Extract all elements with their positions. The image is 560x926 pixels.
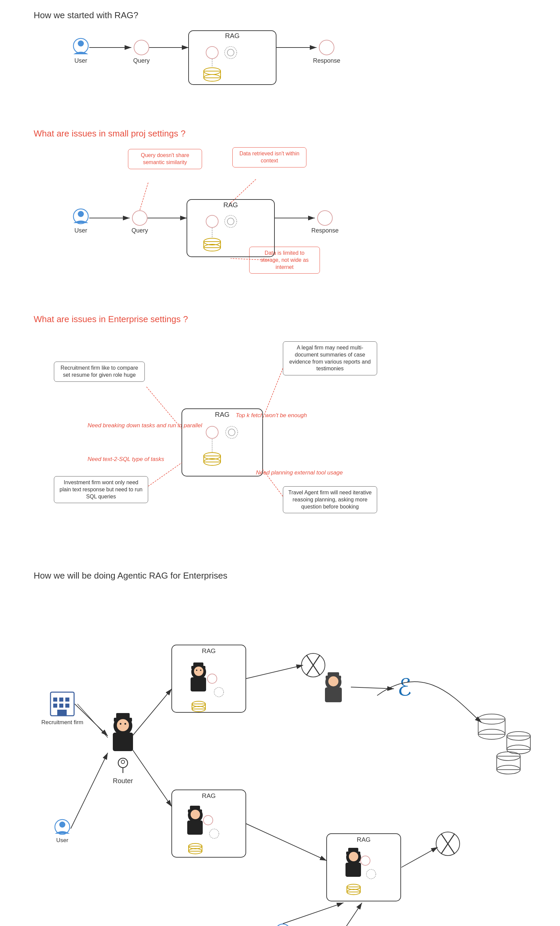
svg-point-15: [227, 49, 234, 56]
svg-point-54: [226, 426, 238, 439]
svg-rect-77: [65, 704, 69, 708]
svg-line-34: [140, 183, 148, 210]
svg-point-107: [200, 670, 201, 671]
svg-text:Recruitment firm: Recruitment firm: [41, 719, 83, 725]
svg-rect-99: [172, 645, 246, 713]
svg-point-40: [227, 218, 234, 225]
svg-text:RAG: RAG: [202, 792, 216, 799]
section2: What are issues in small proj settings ?…: [20, 129, 540, 287]
svg-rect-87: [113, 732, 133, 751]
svg-point-38: [206, 215, 218, 227]
svg-rect-76: [59, 704, 63, 708]
svg-point-83: [59, 822, 65, 828]
svg-rect-75: [53, 704, 57, 708]
svg-point-21: [319, 40, 334, 55]
section4-diagram: Recruitment firm User: [41, 591, 560, 926]
svg-line-62: [148, 463, 182, 486]
svg-point-1: [78, 41, 84, 47]
svg-text:Response: Response: [311, 227, 338, 234]
svg-line-165: [283, 903, 344, 924]
svg-text:ℰ: ℰ: [397, 674, 412, 701]
svg-line-175: [345, 903, 362, 926]
svg-point-53: [206, 426, 218, 439]
svg-rect-142: [348, 848, 358, 852]
svg-rect-154: [478, 719, 505, 734]
svg-line-98: [132, 749, 172, 807]
svg-line-61: [263, 368, 283, 419]
svg-point-8: [134, 40, 149, 55]
svg-rect-72: [53, 698, 57, 702]
svg-line-149: [402, 847, 438, 867]
svg-point-145: [366, 869, 376, 879]
svg-point-109: [214, 687, 223, 697]
svg-line-35: [229, 179, 256, 204]
svg-point-130: [190, 810, 200, 819]
svg-point-106: [196, 670, 197, 671]
svg-point-94: [121, 760, 125, 764]
svg-rect-124: [172, 790, 246, 857]
svg-rect-89: [116, 713, 130, 719]
svg-point-13: [206, 47, 218, 59]
svg-point-55: [228, 429, 235, 436]
svg-point-144: [361, 856, 370, 865]
svg-rect-120: [328, 672, 339, 676]
section3: What are issues in Enterprise settings ?…: [20, 314, 540, 543]
svg-rect-160: [497, 756, 520, 770]
section1-title: How we started with RAG?: [34, 10, 540, 21]
svg-text:Query: Query: [131, 227, 148, 234]
svg-point-162: [275, 924, 290, 926]
svg-rect-129: [190, 806, 200, 810]
svg-rect-157: [507, 736, 530, 749]
svg-point-143: [349, 852, 358, 861]
section1: How we started with RAG? User: [20, 10, 540, 101]
svg-line-122: [351, 687, 394, 689]
svg-text:RAG: RAG: [215, 411, 229, 418]
svg-text:RAG: RAG: [225, 32, 239, 39]
svg-point-131: [204, 816, 213, 825]
svg-rect-51: [182, 409, 263, 476]
svg-rect-78: [57, 710, 67, 716]
svg-point-28: [78, 211, 84, 217]
svg-text:RAG: RAG: [223, 201, 238, 209]
section3-title: What are issues in Enterprise settings ?: [34, 314, 540, 324]
section2-title: What are issues in small proj settings ?: [34, 129, 540, 139]
svg-point-105: [194, 667, 204, 676]
section2-diagram: User Query RAG: [47, 145, 519, 287]
svg-text:Response: Response: [313, 57, 340, 64]
section1-diagram: User Query: [47, 27, 552, 101]
svg-text:User: User: [74, 57, 87, 64]
svg-line-113: [246, 665, 303, 679]
svg-text:RAG: RAG: [356, 836, 370, 843]
svg-line-97: [132, 689, 172, 736]
svg-text:Router: Router: [113, 777, 133, 784]
svg-rect-74: [65, 698, 69, 702]
svg-line-85: [71, 753, 108, 829]
svg-rect-140: [346, 862, 361, 877]
svg-point-132: [210, 829, 219, 838]
svg-rect-104: [193, 663, 204, 667]
svg-point-121: [328, 676, 338, 686]
svg-line-60: [146, 387, 182, 429]
svg-line-63: [263, 469, 283, 496]
svg-text:User: User: [74, 227, 87, 234]
svg-point-92: [125, 723, 126, 725]
svg-text:RAG: RAG: [202, 647, 216, 654]
section4-title: How we will be doing Agentic RAG for Ent…: [34, 570, 540, 581]
svg-rect-73: [59, 698, 63, 702]
section4: How we will be doing Agentic RAG for Ent…: [20, 570, 540, 926]
svg-point-91: [120, 723, 122, 725]
section3-diagram: RAG: [47, 334, 519, 543]
svg-rect-137: [327, 834, 401, 901]
svg-line-48: [231, 259, 269, 260]
svg-text:Query: Query: [133, 57, 149, 64]
svg-rect-118: [325, 687, 342, 702]
svg-rect-102: [190, 677, 206, 691]
svg-point-14: [225, 47, 237, 59]
svg-point-39: [225, 215, 237, 227]
svg-point-31: [132, 210, 147, 225]
svg-point-46: [317, 210, 332, 225]
svg-line-136: [246, 823, 327, 861]
svg-point-108: [207, 674, 217, 683]
svg-text:User: User: [56, 837, 68, 843]
svg-point-90: [117, 719, 129, 731]
